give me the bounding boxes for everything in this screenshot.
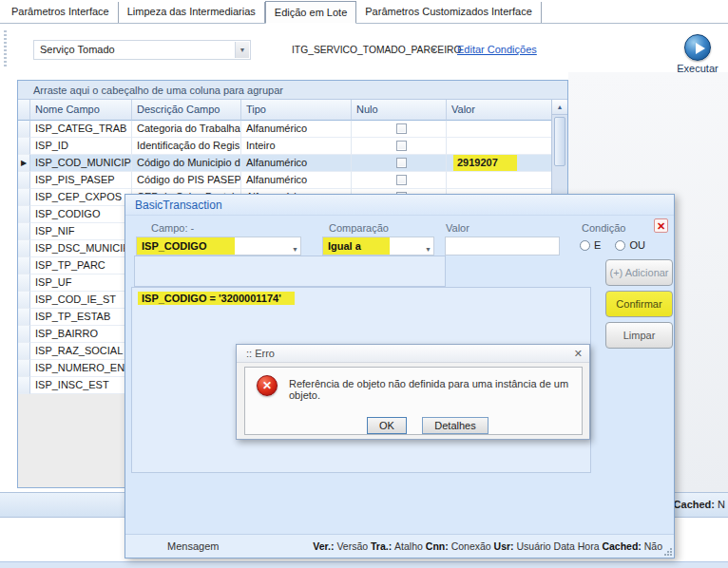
- erro-title[interactable]: :: Erro: [237, 345, 589, 363]
- comparacao-combo-value: Igual a: [323, 237, 390, 255]
- row-indicator: [18, 377, 30, 394]
- cell-valor[interactable]: [447, 172, 553, 189]
- cell-nome[interactable]: ISP_CODIGO: [30, 206, 132, 223]
- column-header[interactable]: Valor: [447, 100, 553, 121]
- radio-ou[interactable]: OU: [615, 239, 645, 251]
- cell-valor[interactable]: 2919207: [447, 155, 553, 172]
- row-indicator: [18, 292, 30, 309]
- resize-grip[interactable]: [664, 548, 672, 556]
- table-row[interactable]: ▶ISP_COD_MUNICIPCódigo do Municipio d...…: [18, 155, 567, 172]
- nulo-checkbox[interactable]: [396, 123, 407, 134]
- close-icon[interactable]: ✕: [574, 348, 583, 360]
- column-header[interactable]: Tipo: [241, 100, 352, 121]
- column-header[interactable]: Nome Campo: [30, 100, 132, 121]
- comparacao-combo[interactable]: Igual a ▼: [322, 237, 434, 256]
- cell-nome[interactable]: ISP_DSC_MUNICIP: [30, 240, 132, 257]
- row-indicator: [18, 360, 30, 377]
- cell-descricao[interactable]: Código do PIS PASEP: [132, 172, 241, 189]
- table-row[interactable]: ISP_IDIdentificação do Regis...Inteiro: [18, 138, 567, 155]
- chevron-down-icon[interactable]: ▼: [427, 42, 441, 58]
- row-indicator: [18, 343, 30, 360]
- status-mensagem: Mensagem: [167, 535, 219, 558]
- grid-header-row: Nome CampoDescrição CampoTipoNuloValor: [18, 100, 567, 121]
- dialog-title[interactable]: BasicTransaction: [125, 195, 674, 216]
- adicionar-button[interactable]: (+) Adicionar: [605, 259, 673, 286]
- scroll-up-icon[interactable]: ▲: [552, 100, 567, 115]
- tabela-combo[interactable]: ITG_SERVICO_TOMADO_PARCEIRO ▼: [285, 40, 443, 60]
- cell-nome[interactable]: ISP_NUMERO_END: [30, 360, 132, 377]
- radio-circle-icon: [580, 240, 590, 251]
- cell-nome[interactable]: ISP_ID: [30, 138, 132, 155]
- status-value: Usuário Data Hora: [517, 540, 600, 552]
- status-label: Tra.:: [368, 540, 394, 552]
- cell-descricao[interactable]: Categoria do Trabalha...: [132, 121, 241, 138]
- row-indicator: [18, 172, 30, 189]
- status-label: Ver.:: [313, 540, 336, 552]
- campo-label: Campo: -: [151, 222, 194, 234]
- limpar-button[interactable]: Limpar: [605, 322, 673, 349]
- cell-nome[interactable]: ISP_CEP_CXPOS: [30, 189, 132, 206]
- bottom-window-edge: [0, 561, 728, 568]
- cell-nome[interactable]: ISP_TP_ESTAB: [30, 309, 132, 326]
- cell-descricao[interactable]: Identificação do Regis...: [132, 138, 241, 155]
- executar-button[interactable]: Executar: [673, 34, 722, 74]
- campo-combo[interactable]: ISP_CODIGO ▼: [136, 237, 301, 256]
- scrollbar-thumb[interactable]: [554, 117, 565, 166]
- tab-limpeza-intermediarias[interactable]: Limpeza das Intermediarias: [119, 2, 265, 23]
- cell-tipo[interactable]: Alfanumérico: [241, 121, 352, 138]
- cell-valor[interactable]: [447, 121, 553, 138]
- cell-tipo[interactable]: Alfanumérico: [241, 172, 352, 189]
- cell-nulo[interactable]: [352, 121, 447, 138]
- cell-tipo[interactable]: Inteiro: [241, 138, 352, 155]
- editar-condicoes-link[interactable]: Editar Condições: [457, 44, 537, 55]
- nulo-checkbox[interactable]: [396, 158, 407, 168]
- column-header[interactable]: Descrição Campo: [132, 100, 241, 121]
- status-value: Atalho: [394, 540, 423, 552]
- valor-label: Valor: [446, 222, 469, 234]
- table-row[interactable]: ISP_PIS_PASEPCódigo do PIS PASEPAlfanumé…: [18, 172, 567, 189]
- cell-nome[interactable]: ISP_TP_PARC: [30, 257, 132, 275]
- toolbar-dock-handle[interactable]: [4, 30, 7, 68]
- cell-nulo[interactable]: [352, 172, 447, 189]
- cell-nome[interactable]: ISP_PIS_PASEP: [30, 172, 132, 189]
- cell-nome[interactable]: ISP_BAIRRO: [30, 326, 132, 343]
- status-value: Versão: [336, 540, 368, 552]
- table-row[interactable]: ISP_CATEG_TRABCategoria do Trabalha...Al…: [18, 121, 567, 138]
- radio-ou-label: OU: [629, 239, 645, 251]
- confirmar-button[interactable]: Confirmar: [605, 291, 673, 317]
- cell-nome[interactable]: ISP_NIF: [30, 223, 132, 240]
- ok-button[interactable]: OK: [367, 417, 407, 434]
- servico-combo-value: Serviço Tomado: [40, 44, 115, 55]
- row-indicator: [18, 309, 30, 326]
- chevron-down-icon[interactable]: ▼: [235, 42, 249, 58]
- servico-combo[interactable]: Serviço Tomado ▼: [33, 40, 251, 60]
- cell-nulo[interactable]: [352, 155, 447, 172]
- nulo-checkbox[interactable]: [396, 141, 407, 151]
- status-label: Usr:: [491, 540, 517, 552]
- tab-parametros-customizados[interactable]: Parâmetros Customizados Interface: [356, 2, 541, 23]
- cell-nome[interactable]: ISP_UF: [30, 275, 132, 292]
- cell-descricao[interactable]: Código do Municipio d...: [132, 155, 241, 172]
- row-indicator: [18, 275, 30, 292]
- nulo-checkbox[interactable]: [396, 175, 407, 185]
- cell-nome[interactable]: ISP_CATEG_TRAB: [30, 121, 132, 138]
- tab-parametros-interface[interactable]: Parâmetros Interface: [3, 2, 119, 23]
- cell-nome[interactable]: ISP_INSC_EST: [30, 377, 132, 394]
- cell-valor[interactable]: [447, 138, 553, 155]
- valor-input[interactable]: [445, 237, 560, 256]
- tab-edicao-em-lote[interactable]: Edição em Lote: [265, 1, 356, 24]
- erro-message: Referência de objeto não definida para u…: [289, 378, 574, 401]
- grid-group-hint[interactable]: Arraste aqui o cabeçalho de uma coluna p…: [18, 81, 567, 100]
- column-header[interactable]: Nulo: [352, 100, 447, 121]
- cell-nome[interactable]: ISP_COD_MUNICIP: [30, 155, 132, 172]
- comparacao-label: Comparação: [329, 222, 389, 234]
- radio-e[interactable]: E: [580, 239, 601, 251]
- cell-nome[interactable]: ISP_RAZ_SOCIAL: [30, 343, 132, 360]
- close-icon[interactable]: ✕: [654, 218, 668, 233]
- cell-nome[interactable]: ISP_COD_IE_ST: [30, 292, 132, 309]
- cell-tipo[interactable]: Alfanumérico: [241, 155, 352, 172]
- row-indicator: [18, 257, 30, 275]
- detalhes-button[interactable]: Detalhes: [422, 417, 489, 434]
- cell-nulo[interactable]: [352, 138, 447, 155]
- error-icon: ✕: [257, 375, 278, 396]
